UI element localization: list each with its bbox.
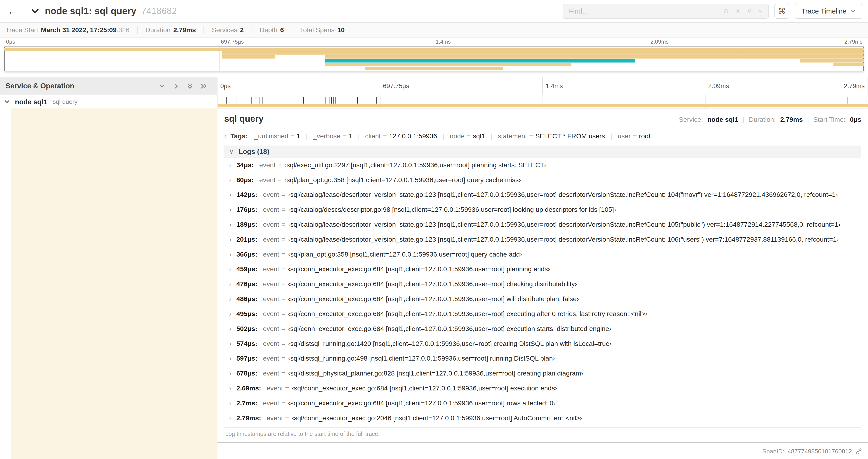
back-button[interactable]: ← bbox=[0, 0, 25, 22]
minimap-canvas[interactable] bbox=[4, 46, 864, 71]
log-field-key: event bbox=[263, 310, 279, 318]
minimap-span bbox=[365, 67, 503, 70]
log-field-value: ‹sql/conn_executor_exec.go:684 [nsql1,cl… bbox=[288, 325, 611, 333]
equals-sign: = bbox=[288, 132, 297, 140]
keyboard-shortcuts-button[interactable]: ⌘ bbox=[774, 4, 789, 19]
log-row[interactable]: ›2.69ms:event=‹sql/conn_executor_exec.go… bbox=[224, 381, 862, 396]
log-row[interactable]: ›678μs:event=‹sql/distsql_physical_plann… bbox=[224, 366, 862, 381]
tag-value: 1 bbox=[349, 132, 352, 140]
log-timestamp: 201μs: bbox=[236, 236, 257, 243]
span-id-row: SpanID: 4877749850101760812 bbox=[217, 443, 868, 455]
log-field-value: ‹sql/conn_executor_exec.go:684 [nsql1,cl… bbox=[288, 265, 550, 273]
log-row[interactable]: ›502μs:event=‹sql/conn_executor_exec.go:… bbox=[224, 322, 862, 336]
span-id-label: SpanID: bbox=[762, 448, 784, 455]
service-operation-header: Service & Operation bbox=[0, 77, 217, 95]
view-selector-button[interactable]: Trace Timeline bbox=[795, 4, 862, 19]
summary-item-value: March 31 2022, 17:25:09 bbox=[41, 26, 117, 34]
equals-sign: = bbox=[281, 265, 285, 273]
log-timestamp: 597μs: bbox=[236, 355, 257, 362]
link-icon[interactable] bbox=[855, 448, 862, 455]
log-row[interactable]: ›476μs:event=‹sql/conn_executor_exec.go:… bbox=[224, 277, 862, 292]
log-field-key: event bbox=[263, 369, 279, 377]
equals-sign: = bbox=[285, 384, 289, 392]
header-collapse-toggle[interactable] bbox=[31, 7, 39, 15]
equals-sign: = bbox=[281, 280, 285, 288]
tag-separator: | bbox=[611, 132, 612, 140]
span-row-track[interactable] bbox=[217, 95, 868, 108]
expand-one-icon[interactable] bbox=[173, 83, 180, 89]
equals-sign: = bbox=[281, 325, 285, 333]
clear-icon[interactable]: × bbox=[758, 7, 762, 15]
log-marker bbox=[237, 97, 237, 103]
summary-item-value: 2.79ms bbox=[174, 26, 196, 34]
log-row[interactable]: ›597μs:event=‹sql/distsql_running.go:498… bbox=[224, 351, 862, 366]
logs-list: ›34μs:event=‹sql/exec_util.go:2297 [nsql… bbox=[224, 158, 862, 426]
summary-item-label: Trace Start bbox=[6, 26, 38, 34]
log-row[interactable]: ›459μs:event=‹sql/conn_executor_exec.go:… bbox=[224, 262, 862, 277]
summary-item: Total Spans10 bbox=[292, 26, 352, 34]
collapse-one-icon[interactable] bbox=[159, 83, 165, 89]
log-timestamp: 176μs: bbox=[236, 206, 257, 214]
timeline-ruler[interactable]: 0μs697.75μs1.4ms2.09ms2.79ms bbox=[217, 77, 868, 95]
expand-all-icon[interactable] bbox=[200, 83, 207, 89]
log-row[interactable]: ›201μs:event=‹sql/catalog/lease/descript… bbox=[224, 232, 862, 247]
chevron-down-icon[interactable] bbox=[4, 99, 10, 105]
log-row[interactable]: ›2.79ms:event=‹sql/conn_executor_exec.go… bbox=[224, 411, 862, 426]
find-input[interactable] bbox=[563, 7, 717, 15]
find-group: ⊕ ∧ ∨ × bbox=[563, 4, 769, 19]
span-row-name[interactable]: node sql1 sql query bbox=[0, 95, 217, 108]
minimap-tick-label: 697.75μs bbox=[219, 39, 244, 45]
log-row[interactable]: ›495μs:event=‹sql/conn_executor_exec.go:… bbox=[224, 307, 862, 322]
summary-item-label: Total Spans bbox=[300, 26, 335, 34]
log-marker bbox=[357, 97, 358, 103]
minimap-tick-label: 2.09ms bbox=[649, 39, 669, 45]
log-row[interactable]: ›34μs:event=‹sql/exec_util.go:2297 [nsql… bbox=[224, 158, 862, 173]
summary-item: Trace StartMarch 31 2022, 17:25:09.326 bbox=[6, 26, 138, 34]
log-field-value: ‹sql/conn_executor_exec.go:2046 [nsql1,c… bbox=[292, 414, 582, 422]
log-row[interactable]: ›486μs:event=‹sql/conn_executor_exec.go:… bbox=[224, 292, 862, 307]
log-timestamp: 2.79ms: bbox=[236, 414, 261, 422]
tag-value: root bbox=[639, 132, 650, 140]
logs-accordion-header[interactable]: ∨ Logs (18) bbox=[224, 145, 862, 158]
log-marker bbox=[265, 97, 265, 103]
log-field-value: ‹sql/exec_util.go:2297 [nsql1,client=127… bbox=[284, 161, 547, 169]
summary-item-value: 10 bbox=[337, 26, 345, 34]
log-field-value: ‹sql/distsql_physical_planner.go:828 [ns… bbox=[288, 369, 583, 377]
minimap-span bbox=[834, 63, 864, 66]
log-field-key: event bbox=[263, 251, 279, 258]
minimap-span bbox=[4, 47, 864, 51]
logs-title: Logs (18) bbox=[239, 147, 270, 156]
log-row[interactable]: ›574μs:event=‹sql/distsql_running.go:142… bbox=[224, 336, 862, 351]
log-row[interactable]: ›176μs:event=‹sql/catalog/descs/descript… bbox=[224, 202, 862, 217]
equals-sign: = bbox=[278, 176, 282, 184]
log-marker bbox=[331, 97, 332, 103]
chevron-right-icon: › bbox=[229, 295, 236, 303]
log-field-key: event bbox=[263, 236, 279, 243]
log-row[interactable]: ›189μs:event=‹sql/catalog/lease/descript… bbox=[224, 217, 862, 232]
log-field-key: event bbox=[263, 295, 279, 303]
equals-sign: = bbox=[278, 161, 282, 169]
trace-summary-bar: Trace StartMarch 31 2022, 17:25:09.326Du… bbox=[0, 23, 868, 38]
trace-timeline-page: ← node sql1: sql query 7418682 ⊕ ∧ ∨ × ⌘… bbox=[0, 0, 868, 459]
span-detail-column: sql query Service: node sql1 | Duration:… bbox=[217, 108, 868, 455]
log-marker bbox=[226, 97, 226, 103]
log-row[interactable]: ›142μs:event=‹sql/catalog/lease/descript… bbox=[224, 188, 862, 202]
prev-match-icon[interactable]: ∧ bbox=[736, 7, 740, 15]
summary-item-label: Depth bbox=[260, 26, 277, 34]
chevron-right-icon: › bbox=[229, 355, 236, 362]
tags-accordion[interactable]: › Tags: _unfinished=1|_verbose=1|client=… bbox=[224, 132, 862, 140]
span-bar[interactable] bbox=[218, 104, 868, 107]
chevron-right-icon: › bbox=[224, 132, 226, 140]
log-field-value: ‹sql/catalog/lease/descriptor_version_st… bbox=[288, 191, 838, 198]
log-row[interactable]: ›2.7ms:event=‹sql/conn_executor_exec.go:… bbox=[224, 396, 862, 411]
equals-sign: = bbox=[381, 132, 389, 140]
log-marker bbox=[376, 97, 376, 103]
log-row[interactable]: ›80μs:event=‹sql/plan_opt.go:358 [nsql1,… bbox=[224, 173, 862, 188]
log-row[interactable]: ›366μs:event=‹sql/plan_opt.go:358 [nsql1… bbox=[224, 247, 862, 262]
collapse-controls bbox=[159, 83, 207, 89]
log-timestamp: 142μs: bbox=[236, 191, 257, 198]
minimap-span bbox=[325, 63, 571, 66]
zoom-icon[interactable]: ⊕ bbox=[723, 7, 729, 15]
collapse-all-icon[interactable] bbox=[187, 83, 193, 89]
next-match-icon[interactable]: ∨ bbox=[747, 7, 752, 15]
